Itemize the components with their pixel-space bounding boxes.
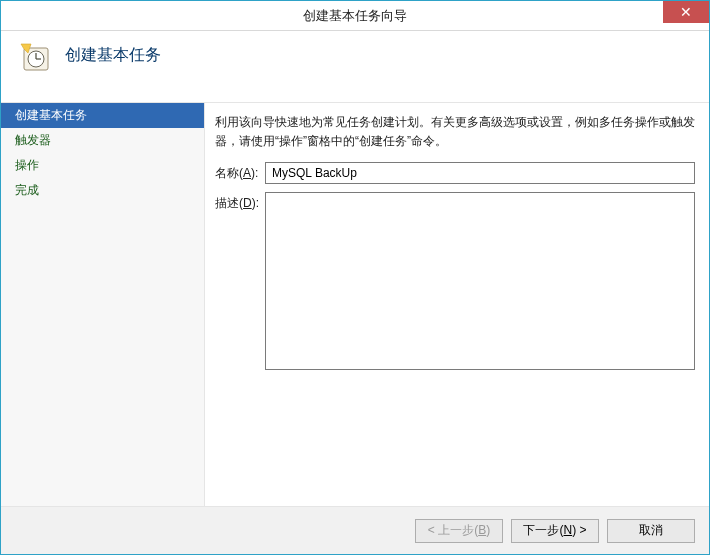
- clock-task-icon: [19, 41, 51, 73]
- wizard-footer: < 上一步(B) 下一步(N) > 取消: [1, 506, 709, 554]
- description-input[interactable]: [265, 192, 695, 370]
- close-icon: ✕: [680, 4, 692, 20]
- sidebar-item-finish[interactable]: 完成: [1, 178, 204, 203]
- back-button: < 上一步(B): [415, 519, 503, 543]
- cancel-button[interactable]: 取消: [607, 519, 695, 543]
- name-row: 名称(A):: [215, 162, 695, 184]
- sidebar-item-label: 创建基本任务: [15, 108, 87, 122]
- titlebar: 创建基本任务向导 ✕: [1, 1, 709, 31]
- intro-text: 利用该向导快速地为常见任务创建计划。有关更多高级选项或设置，例如多任务操作或触发…: [215, 113, 695, 150]
- sidebar-item-label: 触发器: [15, 133, 51, 147]
- sidebar-item-trigger[interactable]: 触发器: [1, 128, 204, 153]
- wizard-body: 创建基本任务 触发器 操作 完成 利用该向导快速地为常见任务创建计划。有关更多高…: [1, 103, 709, 506]
- window-title: 创建基本任务向导: [303, 7, 407, 25]
- sidebar-item-label: 完成: [15, 183, 39, 197]
- sidebar-item-label: 操作: [15, 158, 39, 172]
- sidebar-item-action[interactable]: 操作: [1, 153, 204, 178]
- wizard-main: 利用该向导快速地为常见任务创建计划。有关更多高级选项或设置，例如多任务操作或触发…: [205, 103, 709, 506]
- wizard-sidebar: 创建基本任务 触发器 操作 完成: [1, 103, 205, 506]
- wizard-window: 创建基本任务向导 ✕ 创建基本任务 创建基本任务 触发器 操作: [0, 0, 710, 555]
- wizard-header: 创建基本任务: [1, 31, 709, 103]
- close-button[interactable]: ✕: [663, 1, 709, 23]
- next-button[interactable]: 下一步(N) >: [511, 519, 599, 543]
- name-label: 名称(A):: [215, 162, 265, 182]
- page-title: 创建基本任务: [65, 41, 161, 66]
- sidebar-item-create-basic-task[interactable]: 创建基本任务: [1, 103, 204, 128]
- description-row: 描述(D):: [215, 192, 695, 370]
- name-input[interactable]: [265, 162, 695, 184]
- description-label: 描述(D):: [215, 192, 265, 212]
